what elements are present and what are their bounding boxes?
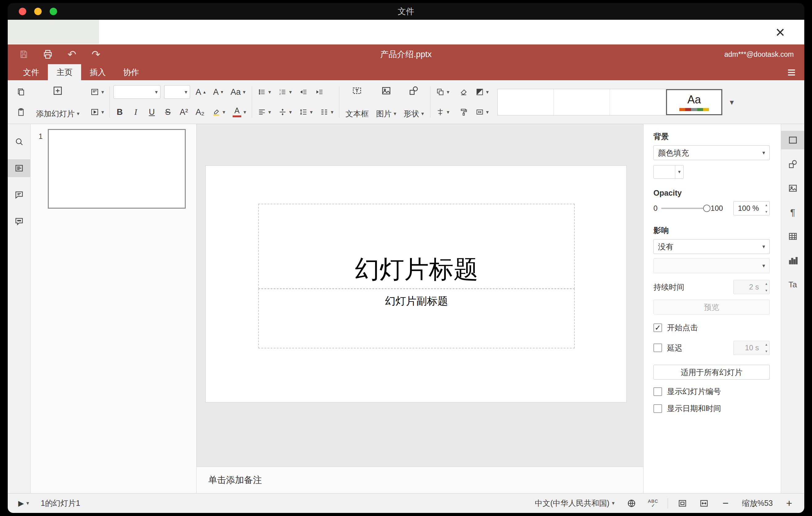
slide-canvas[interactable]: 幻灯片标题 幻灯片副标题 — [197, 124, 643, 467]
insert-shape-button[interactable]: 形状▾ — [401, 85, 426, 119]
tab-insert[interactable]: 插入 — [81, 64, 114, 80]
add-slide-button[interactable]: 添加幻灯片 ▾ — [34, 85, 82, 119]
chart-settings-icon[interactable] — [781, 251, 805, 270]
zoom-window-button[interactable] — [50, 8, 57, 15]
document-language-globe-icon[interactable] — [625, 496, 639, 511]
chat-icon[interactable] — [8, 212, 31, 230]
zoom-in-button[interactable]: + — [782, 496, 796, 511]
clear-style-icon[interactable] — [458, 85, 470, 99]
image-settings-icon[interactable] — [781, 179, 805, 198]
slide[interactable]: 幻灯片标题 幻灯片副标题 — [206, 166, 626, 402]
superscript-button[interactable]: A² — [178, 105, 190, 119]
spinner-arrows[interactable]: ▴▾ — [765, 203, 767, 213]
toolbar-separator — [430, 86, 430, 118]
highlight-color-button[interactable]: ▾ — [210, 105, 227, 119]
theme-option-1[interactable] — [498, 89, 554, 115]
redo-icon[interactable]: ↷ — [90, 49, 102, 60]
start-on-click-checkbox[interactable]: ✓ — [654, 323, 662, 332]
delay-checkbox[interactable] — [654, 343, 662, 352]
close-window-button[interactable] — [19, 8, 26, 15]
increase-font-size-button[interactable]: A▴ — [194, 85, 208, 99]
statusbar-right: 中文(中华人民共和国) ▾ ABC ✓ − 缩放%53 + — [532, 496, 796, 511]
bold-button[interactable]: B — [114, 105, 126, 119]
color-scheme-button[interactable]: ▾ — [473, 85, 491, 99]
background-fill-select[interactable]: 颜色填充 ▾ — [654, 145, 770, 160]
slide-settings-panel: 背景 颜色填充 ▾ ▾ Opacity 0 100 100 % ▴▾ — [643, 124, 781, 493]
print-icon[interactable] — [42, 49, 53, 60]
text-language-button[interactable]: 中文(中华人民共和国) ▾ — [532, 496, 617, 511]
change-layout-button[interactable]: ▾ — [88, 85, 106, 99]
vertical-align-button[interactable]: ▾ — [277, 105, 294, 119]
insert-image-button[interactable]: 图片▾ — [374, 85, 399, 119]
fit-slide-icon[interactable] — [675, 496, 690, 511]
decrease-font-size-button[interactable]: A▾ — [211, 85, 225, 99]
italic-button[interactable]: I — [129, 105, 142, 119]
play-icon: ▶ — [18, 499, 24, 508]
apply-to-all-slides-button[interactable]: 适用于所有幻灯片 — [654, 365, 770, 380]
bullets-button[interactable]: ▾ — [256, 85, 273, 99]
theme-option-3[interactable] — [610, 89, 666, 115]
theme-gallery-expand-button[interactable]: ▾ — [723, 89, 741, 115]
paste-icon[interactable] — [14, 105, 27, 119]
table-settings-icon[interactable] — [781, 227, 805, 246]
font-name-select[interactable]: ▾ — [114, 85, 161, 99]
columns-button[interactable]: ▾ — [318, 105, 335, 119]
subtitle-placeholder[interactable]: 幻灯片副标题 — [258, 289, 575, 348]
undo-icon[interactable]: ↶ — [66, 49, 78, 60]
notes-area[interactable]: 单击添加备注 — [197, 467, 643, 493]
theme-option-selected[interactable]: Aa — [666, 89, 722, 115]
paragraph-settings-icon[interactable]: ¶ — [781, 203, 805, 222]
start-slideshow-button[interactable]: ▾ — [88, 105, 106, 119]
increase-indent-button[interactable] — [314, 85, 326, 99]
comments-icon[interactable] — [8, 186, 31, 204]
slide-settings-icon[interactable] — [781, 131, 805, 149]
subscript-button[interactable]: A₂ — [194, 105, 206, 119]
fit-width-icon[interactable] — [697, 496, 711, 511]
slides-panel-icon[interactable] — [8, 159, 31, 177]
copy-style-icon[interactable] — [458, 105, 470, 119]
arrow-up-icon[interactable]: ▴ — [765, 203, 767, 207]
spellcheck-icon[interactable]: ABC ✓ — [646, 496, 660, 511]
effect-select[interactable]: 没有 ▾ — [654, 239, 770, 254]
numbering-button[interactable]: 12 ▾ — [277, 85, 294, 99]
text-box-icon — [351, 85, 362, 96]
opacity-input[interactable]: 100 % ▴▾ — [733, 201, 770, 216]
font-size-select[interactable]: ▾ — [164, 85, 190, 99]
change-case-button[interactable]: Aa▾ — [229, 85, 248, 99]
background-color-picker[interactable]: ▾ — [654, 165, 684, 179]
chevron-down-icon: ▾ — [26, 500, 29, 506]
strikethrough-button[interactable]: S — [162, 105, 174, 119]
line-spacing-button[interactable]: ▾ — [297, 105, 315, 119]
start-slideshow-statusbar-button[interactable]: ▶ ▾ — [16, 496, 31, 511]
copy-icon[interactable] — [14, 85, 27, 99]
align-shapes-button[interactable]: ▾ — [434, 105, 451, 119]
font-color-button[interactable]: A ▾ — [231, 105, 248, 119]
title-placeholder[interactable]: 幻灯片标题 — [258, 204, 575, 289]
editing-area: 幻灯片标题 幻灯片副标题 单击添加备注 — [197, 124, 643, 493]
slide-thumbnail[interactable] — [48, 129, 186, 209]
insert-text-box-button[interactable]: 文本框 — [343, 85, 371, 119]
arrow-down-icon[interactable]: ▾ — [765, 210, 767, 213]
horizontal-align-button[interactable]: ▾ — [256, 105, 273, 119]
search-icon[interactable] — [8, 133, 31, 151]
menu-icon[interactable]: ≡ — [787, 64, 796, 80]
zoom-out-button[interactable]: − — [719, 496, 733, 511]
show-slide-number-checkbox[interactable] — [654, 387, 662, 396]
close-icon[interactable]: × — [772, 24, 788, 40]
arrange-shapes-button[interactable]: ▾ — [434, 85, 451, 99]
arrow-down-icon: ▾ — [765, 349, 767, 353]
theme-option-2[interactable] — [554, 89, 610, 115]
tab-file[interactable]: 文件 — [14, 64, 48, 80]
underline-button[interactable]: U — [146, 105, 158, 119]
tab-home[interactable]: 主页 — [48, 64, 81, 80]
show-date-time-checkbox[interactable] — [654, 404, 662, 413]
slide-size-button[interactable]: ▾ — [473, 105, 491, 119]
save-icon[interactable] — [18, 49, 29, 60]
opacity-slider-handle[interactable] — [703, 205, 710, 212]
shape-settings-icon[interactable] — [781, 155, 805, 173]
tab-collaboration[interactable]: 协作 — [114, 64, 148, 80]
textart-settings-icon[interactable]: Ta — [781, 275, 805, 294]
decrease-indent-button[interactable] — [297, 85, 310, 99]
minimize-window-button[interactable] — [34, 8, 42, 15]
opacity-slider[interactable] — [661, 208, 707, 209]
